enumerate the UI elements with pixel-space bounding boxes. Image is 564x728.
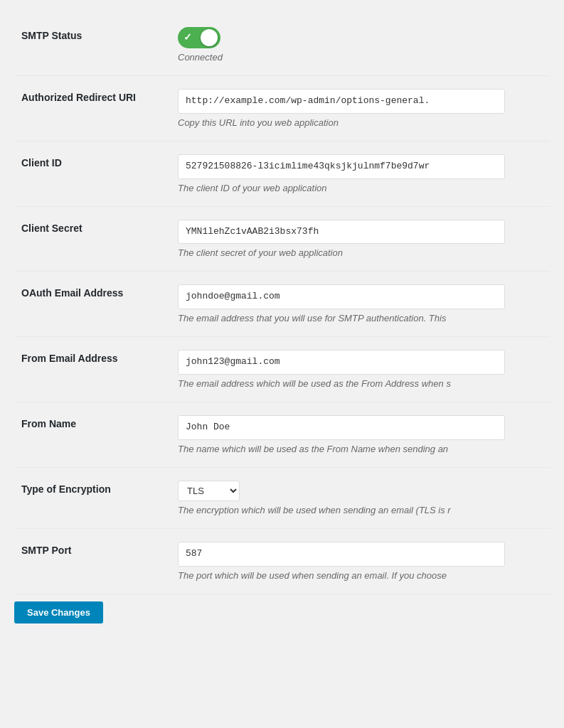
oauth-email-input[interactable] [178,284,505,309]
from-email-input[interactable] [178,350,505,375]
connected-status: Connected [178,52,223,63]
smtp-toggle[interactable]: ✓ ≡ [178,27,220,48]
client-secret-description: The client secret of your web applicatio… [178,247,505,258]
authorized-redirect-uri-label: Authorized Redirect URI [14,76,171,141]
toggle-thumb [201,29,218,46]
oauth-email-description: The email address that you will use for … [178,313,505,323]
from-name-label: From Name [14,402,171,467]
client-id-description: The client ID of your web application [178,183,505,193]
smtp-port-label: SMTP Port [14,528,171,594]
client-id-input[interactable] [178,154,505,179]
oauth-email-label: OAuth Email Address [14,272,171,337]
smtp-status-field: ✓ ≡ Connected [178,27,543,63]
authorized-redirect-uri-input[interactable] [178,89,505,114]
from-name-description: The name which will be used as the From … [178,444,505,454]
from-email-description: The email address which will be used as … [178,378,505,389]
encryption-description: The encryption which will be used when s… [178,505,505,515]
smtp-status-label: SMTP Status [14,14,171,76]
smtp-port-input[interactable] [178,542,505,567]
from-email-label: From Email Address [14,337,171,402]
smtp-port-description: The port which will be used when sending… [178,570,505,581]
save-changes-button[interactable]: Save Changes [14,601,103,623]
encryption-label: Type of Encryption [14,467,171,528]
from-name-input[interactable] [178,415,505,440]
encryption-select[interactable]: None SSL TLS [178,481,240,501]
client-secret-label: Client Secret [14,206,171,272]
client-secret-input[interactable] [178,220,505,245]
authorized-redirect-uri-description: Copy this URL into you web application [178,117,505,128]
toggle-check-icon: ✓ [183,31,192,43]
client-id-label: Client ID [14,141,171,206]
